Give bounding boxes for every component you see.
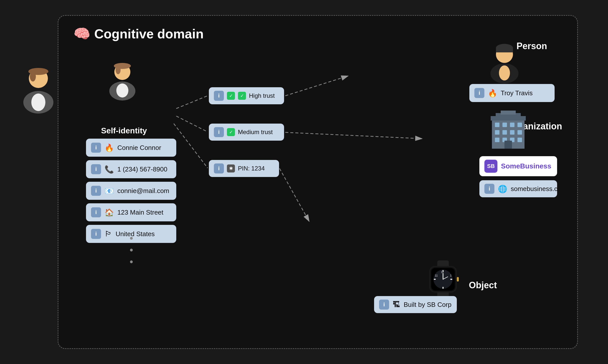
info-button-pin[interactable]: i [214, 163, 224, 173]
ellipsis-dots: ••• [126, 233, 137, 268]
svg-line-5 [176, 116, 208, 132]
svg-rect-38 [504, 141, 512, 149]
email-text: connie@mail.com [117, 187, 169, 195]
svg-rect-37 [517, 138, 522, 142]
some-business-name: SomeBusiness [501, 162, 551, 170]
some-business-url-card: i 🌐 somebusiness.com [479, 180, 557, 197]
building-svg [489, 109, 527, 149]
svg-rect-27 [502, 123, 507, 127]
high-trust-card: i ✓ ✓ High trust [209, 87, 284, 104]
domain-title-text: Cognitive domain [94, 26, 204, 41]
info-button-1[interactable]: i [91, 143, 101, 153]
svg-rect-25 [501, 111, 516, 115]
svg-rect-47 [434, 279, 436, 280]
medium-trust-card: i ✓ Medium trust [209, 124, 284, 141]
pin-card: i ✱ PIN: 1234 [209, 160, 279, 177]
object-label: Object [469, 280, 497, 291]
connie-connor-text: Connie Connor [117, 144, 161, 152]
info-button-4[interactable]: i [91, 207, 101, 217]
pin-text: PIN: 1234 [238, 165, 265, 172]
svg-text:12: 12 [441, 271, 444, 274]
svg-rect-48 [450, 279, 452, 280]
svg-rect-33 [517, 130, 522, 135]
svg-line-2 [285, 132, 422, 139]
info-card-name: i 🔥 Connie Connor [86, 139, 176, 157]
medium-trust-text: Medium trust [238, 129, 273, 136]
some-business-url-text: somebusiness.com [511, 185, 567, 193]
house-icon: 🏠 [105, 208, 114, 217]
check-icon-1: ✓ [227, 92, 235, 100]
svg-rect-30 [495, 130, 499, 135]
troy-card: i 🔥 Troy Travis [469, 84, 555, 102]
troy-fire-icon: 🔥 [488, 89, 497, 98]
domain-title: 🧠 Cognitive domain [73, 26, 204, 42]
outer-person-svg [18, 66, 58, 111]
svg-point-11 [31, 94, 45, 111]
svg-rect-28 [510, 123, 514, 127]
svg-rect-32 [510, 130, 514, 135]
person-avatar [487, 43, 522, 83]
outer-person-avatar [18, 66, 58, 111]
phone-icon: 📞 [105, 165, 114, 174]
watch-image: 12 1 11 [427, 260, 459, 298]
svg-text:11: 11 [435, 274, 438, 277]
org-building [489, 109, 527, 149]
svg-text:1: 1 [450, 274, 452, 277]
info-button-5[interactable]: i [91, 229, 101, 239]
info-button-url[interactable]: i [484, 184, 494, 194]
svg-rect-34 [495, 138, 499, 142]
fire-icon: 🔥 [105, 143, 114, 152]
info-card-phone: i 📞 1 (234) 567-8900 [86, 160, 176, 178]
svg-point-9 [30, 71, 36, 81]
address-text: 123 Main Street [117, 209, 163, 216]
info-card-list: i 🔥 Connie Connor i 📞 1 (234) 567-8900 i… [86, 139, 176, 243]
some-business-logo-card: SB SomeBusiness [479, 156, 557, 176]
svg-point-14 [116, 66, 121, 74]
troy-name-text: Troy Travis [501, 89, 533, 97]
svg-line-1 [285, 76, 348, 96]
sb-badge: SB [484, 160, 497, 173]
info-button-3[interactable]: i [91, 186, 101, 196]
info-button-high[interactable]: i [214, 91, 224, 101]
svg-rect-26 [495, 123, 499, 127]
self-identity-label: Self-identity [101, 126, 147, 135]
main-container: 🧠 Cognitive domain Self-identity [58, 15, 578, 349]
svg-rect-46 [443, 287, 444, 289]
info-card-address: i 🏠 123 Main Street [86, 203, 176, 221]
info-button-medium[interactable]: i [214, 127, 224, 137]
person-svg [487, 43, 522, 83]
info-button-built[interactable]: i [379, 300, 389, 310]
svg-point-21 [499, 65, 510, 80]
self-identity-svg [106, 61, 139, 99]
high-trust-text: High trust [249, 92, 275, 99]
watch-svg: 12 1 11 [427, 260, 459, 298]
info-card-email: i 📧 connie@mail.com [86, 182, 176, 200]
svg-rect-19 [496, 48, 513, 52]
flag-icon: 🏳 [105, 230, 112, 238]
check-icon-3: ✓ [227, 128, 235, 136]
info-button-2[interactable]: i [91, 164, 101, 174]
self-identity-avatar [106, 61, 139, 99]
svg-line-4 [176, 96, 208, 109]
brain-emoji: 🧠 [73, 26, 90, 42]
svg-rect-31 [502, 130, 507, 135]
svg-point-16 [116, 83, 128, 98]
built-by-card: i 🏗 Built by SB Corp [374, 296, 457, 313]
email-icon: 📧 [105, 187, 114, 195]
svg-rect-54 [457, 277, 459, 282]
pin-icon: ✱ [227, 164, 235, 172]
info-button-troy[interactable]: i [474, 88, 484, 98]
phone-text: 1 (234) 567-8900 [117, 165, 167, 173]
svg-rect-29 [517, 123, 522, 127]
globe-icon: 🌐 [498, 185, 507, 193]
svg-line-6 [174, 124, 208, 168]
svg-line-3 [280, 168, 309, 221]
check-icon-2: ✓ [238, 92, 246, 100]
hammer-icon: 🏗 [393, 300, 400, 309]
built-by-text: Built by SB Corp [404, 301, 452, 309]
